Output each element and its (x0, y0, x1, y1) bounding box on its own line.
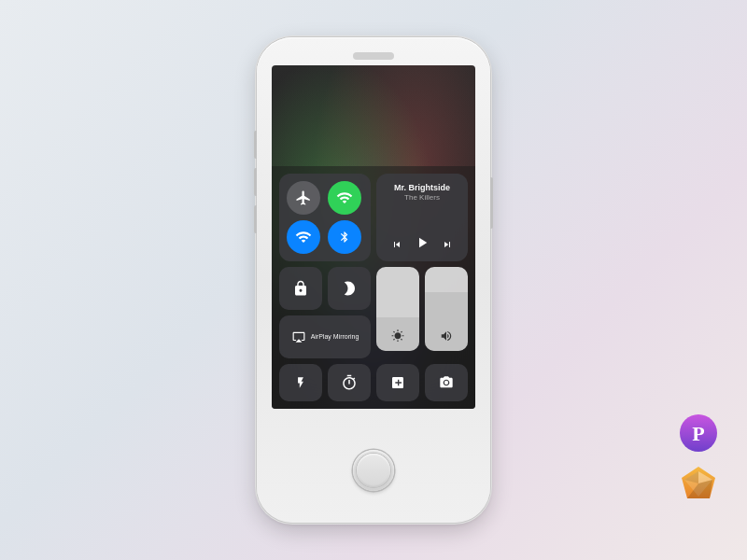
forward-button[interactable] (438, 236, 457, 255)
volume-up-button[interactable] (254, 131, 257, 159)
rewind-button[interactable] (388, 236, 406, 255)
wifi-button[interactable] (287, 220, 320, 254)
brightness-icon (391, 329, 404, 345)
music-title: Mr. Brightside (394, 183, 450, 192)
cc-grid: Mr. Brightside The Killers (279, 174, 468, 401)
svg-text:P: P (692, 422, 704, 445)
iphone-bottom (353, 409, 394, 523)
sliders-area (376, 267, 468, 358)
flashlight-button[interactable] (279, 364, 322, 401)
airplay-icon (291, 330, 306, 343)
brand-icons: P (678, 413, 719, 504)
sketch-icon (678, 463, 719, 504)
home-button-inner (357, 454, 390, 487)
connectivity-block (279, 174, 371, 261)
music-controls (384, 234, 460, 256)
svg-point-0 (444, 381, 448, 385)
airplay-button[interactable]: AirPlay Mirroring (279, 315, 371, 358)
timer-button[interactable] (328, 364, 371, 401)
pixelmator-icon: P (678, 413, 719, 454)
play-button[interactable] (414, 234, 430, 256)
home-button[interactable] (353, 450, 394, 491)
night-mode-button[interactable] (328, 267, 371, 310)
brightness-slider[interactable] (376, 267, 419, 351)
camera-button[interactable] (425, 364, 468, 401)
iphone-screen: Mr. Brightside The Killers (272, 65, 475, 409)
mute-button[interactable] (254, 205, 257, 233)
control-center: Mr. Brightside The Killers (272, 166, 475, 409)
lock-orientation-button[interactable] (279, 267, 322, 310)
music-artist: The Killers (404, 193, 440, 202)
airplane-mode-button[interactable] (287, 181, 320, 215)
volume-icon (440, 329, 453, 345)
volume-down-button[interactable] (254, 168, 257, 196)
speaker (353, 52, 394, 60)
top-speaker-area (257, 37, 490, 60)
iphone-frame: Mr. Brightside The Killers (257, 37, 490, 523)
volume-slider[interactable] (425, 267, 468, 351)
music-block: Mr. Brightside The Killers (376, 174, 468, 261)
bluetooth-button[interactable] (328, 220, 361, 254)
calculator-button[interactable] (376, 364, 419, 401)
cellular-button[interactable] (328, 181, 361, 215)
power-button[interactable] (490, 177, 493, 229)
airplay-label: AirPlay Mirroring (311, 333, 359, 341)
